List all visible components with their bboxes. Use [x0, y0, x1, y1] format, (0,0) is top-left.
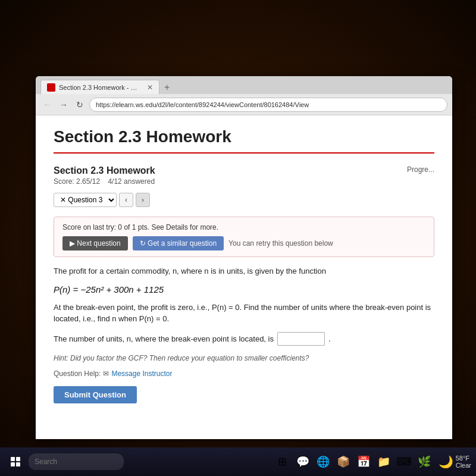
- taskbar-edge-icon[interactable]: 🌐: [315, 453, 331, 470]
- get-similar-button[interactable]: ↻ Get a similar question: [133, 236, 224, 250]
- problem-body: At the break-even point, the profit is z…: [54, 302, 434, 325]
- taskbar-chat-icon[interactable]: 💬: [295, 453, 311, 470]
- submit-button[interactable]: Submit Question: [54, 386, 137, 403]
- next-question-button[interactable]: ▶ Next question: [62, 236, 128, 250]
- score-box: Score on last try: 0 of 1 pts. See Detai…: [54, 217, 434, 257]
- progress-label: Progre...: [407, 165, 434, 174]
- tab-label: Section 2.3 Homework - Finite M: [59, 84, 141, 91]
- answered-count: 4/12 answered: [108, 177, 155, 186]
- taskbar-calendar-icon[interactable]: 📅: [355, 453, 372, 470]
- mail-icon: ✉: [103, 369, 109, 378]
- taskbar-icons: ⊞ 💬 🌐 📦 📅 📁 ⌨ 🌿 🌙 58°F Clear: [274, 453, 471, 470]
- taskbar: ⊞ 💬 🌐 📦 📅 📁 ⌨ 🌿 🌙 58°F Clear: [0, 447, 476, 476]
- hint-text: Hint: Did you factor the GCF? Then reduc…: [54, 354, 434, 362]
- question-help-label: Question Help:: [54, 369, 101, 378]
- taskbar-search[interactable]: [29, 453, 124, 470]
- tab-bar: Section 2.3 Homework - Finite M ✕ +: [36, 76, 452, 94]
- address-bar: ← → ↻: [36, 94, 452, 115]
- homework-info: Section 2.3 Homework Score: 2.65/12 4/12…: [54, 165, 155, 186]
- answer-suffix: .: [328, 334, 331, 343]
- start-button[interactable]: [5, 451, 26, 472]
- score-value: Score: 2.65/12: [54, 177, 100, 186]
- taskbar-keyboard-icon[interactable]: ⌨: [396, 453, 412, 470]
- next-question-button[interactable]: ›: [136, 193, 150, 207]
- browser-tab[interactable]: Section 2.3 Homework - Finite M ✕: [40, 80, 159, 94]
- back-button[interactable]: ←: [40, 99, 54, 111]
- homework-score-line: Score: 2.65/12 4/12 answered: [54, 177, 155, 186]
- problem-intro: The profit for a certain commodity, n, w…: [54, 265, 434, 277]
- answer-line: The number of units, n, where the break-…: [54, 332, 434, 346]
- weather-icon: 🌙: [439, 455, 453, 469]
- prev-question-button[interactable]: ‹: [119, 193, 133, 207]
- answer-input[interactable]: [277, 332, 325, 346]
- action-buttons: ▶ Next question ↻ Get a similar question…: [62, 236, 425, 250]
- temperature: 58°F: [456, 455, 471, 462]
- weather-info: 58°F Clear: [456, 455, 471, 469]
- url-input[interactable]: [89, 98, 447, 112]
- tab-close-button[interactable]: ✕: [147, 83, 153, 92]
- taskbar-grid-icon[interactable]: ⊞: [274, 453, 291, 470]
- browser-window: Section 2.3 Homework - Finite M ✕ + ← → …: [36, 76, 452, 439]
- reload-button[interactable]: ↻: [74, 99, 86, 111]
- homework-header: Section 2.3 Homework Score: 2.65/12 4/12…: [54, 165, 434, 186]
- taskbar-app-icon[interactable]: 🌿: [416, 453, 433, 470]
- tab-favicon: [47, 83, 55, 92]
- page-content: Section 2.3 Homework Section 2.3 Homewor…: [36, 115, 452, 439]
- last-try-score: Score on last try: 0 of 1 pts. See Detai…: [62, 223, 425, 231]
- windows-logo-icon: [11, 457, 20, 466]
- weather-condition: Clear: [456, 462, 471, 469]
- question-help: Question Help: ✉ Message Instructor: [54, 369, 434, 378]
- taskbar-dropbox-icon[interactable]: 📦: [335, 453, 352, 470]
- message-instructor-link[interactable]: Message Instructor: [111, 369, 172, 378]
- question-select[interactable]: ✕ Question 3: [54, 193, 117, 207]
- weather-widget: 🌙 58°F Clear: [439, 455, 471, 469]
- taskbar-files-icon[interactable]: 📁: [375, 453, 392, 470]
- forward-button[interactable]: →: [57, 99, 70, 111]
- retry-text: You can retry this question below: [228, 239, 333, 248]
- question-navigator: ✕ Question 3 ‹ ›: [54, 193, 434, 207]
- page-title: Section 2.3 Homework: [54, 127, 434, 154]
- new-tab-button[interactable]: +: [161, 82, 173, 93]
- math-formula: P(n) = −25n² + 300n + 1125: [54, 284, 434, 295]
- answer-prefix: The number of units, n, where the break-…: [54, 334, 274, 343]
- homework-subtitle: Section 2.3 Homework: [54, 165, 155, 176]
